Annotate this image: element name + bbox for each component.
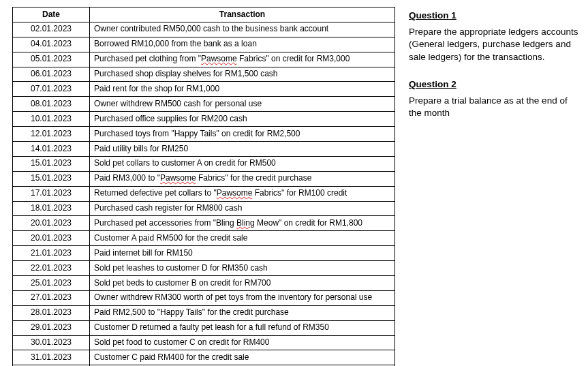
cell-date: 18.01.2023 [13, 201, 90, 216]
cell-transaction: Paid RM2,500 to "Happy Tails" for the cr… [90, 305, 395, 320]
cell-date: 20.01.2023 [13, 216, 90, 231]
cell-transaction: Sold pet collars to customer A on credit… [90, 156, 395, 171]
cell-transaction: Sold pet beds to customer B on credit fo… [90, 276, 395, 291]
question-2: Question 2 Prepare a trial balance as at… [409, 78, 578, 120]
cell-date: 07.01.2023 [13, 82, 90, 97]
cell-transaction: Customer D returned a faulty pet leash f… [90, 320, 395, 335]
table-row: 06.01.2023Purchased shop display shelves… [13, 67, 395, 82]
cell-transaction: Purchased pet clothing from "Pawsome Fab… [90, 52, 395, 67]
table-row: 25.01.2023Sold pet beds to customer B on… [13, 276, 395, 291]
table-row: 15.01.2023Paid RM3,000 to "Pawsome Fabri… [13, 171, 395, 186]
cell-date: 10.01.2023 [13, 112, 90, 127]
cell-date: 30.01.2023 [13, 335, 90, 350]
cell-transaction: Paid rent for the shop for RM1,000 [90, 82, 395, 97]
cell-date: 29.01.2023 [13, 320, 90, 335]
cell-date: 04.01.2023 [13, 37, 90, 52]
question-1-title: Question 1 [409, 10, 578, 22]
cell-transaction: Borrowed RM10,000 from the bank as a loa… [90, 37, 395, 52]
table-header-row: Date Transaction [13, 7, 395, 22]
table-row: 15.01.2023Sold pet collars to customer A… [13, 156, 395, 171]
transactions-panel: Date Transaction 02.01.2023Owner contrib… [12, 7, 395, 359]
spellcheck-word: Pawsome [201, 54, 237, 63]
cell-transaction: Sold pet leashes to customer D for RM350… [90, 261, 395, 276]
cell-transaction: Sold pet food to customer C on credit fo… [90, 335, 395, 350]
table-row: 22.01.2023Sold pet leashes to customer D… [13, 261, 395, 276]
table-row: 27.01.2023Owner withdrew RM300 worth of … [13, 290, 395, 305]
questions-panel: Question 1 Prepare the appropriate ledge… [409, 7, 578, 359]
cell-date: 15.01.2023 [13, 171, 90, 186]
cell-date: 14.01.2023 [13, 142, 90, 157]
cell-transaction: Purchased cash register for RM800 cash [90, 201, 395, 216]
cell-date: 05.01.2023 [13, 52, 90, 67]
question-2-title: Question 2 [409, 78, 578, 91]
cell-transaction: Purchased toys from "Happy Tails" on cre… [90, 127, 395, 142]
cell-transaction: Paid internet bill for RM150 [90, 246, 395, 261]
cell-transaction: Purchased shop display shelves for RM1,5… [90, 67, 395, 82]
table-row: 17.01.2023Returned defective pet collars… [13, 186, 395, 201]
question-1: Question 1 Prepare the appropriate ledge… [409, 10, 578, 63]
cell-transaction: Purchased pet accessories from "Bling Bl… [90, 216, 395, 231]
table-row: 29.01.2023Customer D returned a faulty p… [13, 320, 395, 335]
table-row: 08.01.2023Owner withdrew RM500 cash for … [13, 97, 395, 112]
table-row: 21.01.2023Paid internet bill for RM150 [13, 246, 395, 261]
table-row: 28.01.2023Paid RM2,500 to "Happy Tails" … [13, 305, 395, 320]
question-1-body: Prepare the appropriate ledgers accounts… [409, 26, 578, 63]
spellcheck-word: Bling [236, 218, 255, 228]
table-row: 14.01.2023Paid utility bills for RM250 [13, 142, 395, 157]
cell-transaction: Paid utility bills for RM250 [90, 142, 395, 157]
cell-transaction: Purchased office supplies for RM200 cash [90, 112, 395, 127]
cell-date: 31.01.2023 [13, 350, 90, 365]
table-row: 12.01.2023Purchased toys from "Happy Tai… [13, 127, 395, 142]
cell-transaction: Owner contributed RM50,000 cash to the b… [90, 22, 395, 37]
cell-transaction: Returned defective pet collars to "Pawso… [90, 186, 395, 201]
cell-date: 12.01.2023 [13, 127, 90, 142]
table-row: 20.01.2023Customer A paid RM500 for the … [13, 231, 395, 246]
transactions-body: 02.01.2023Owner contributed RM50,000 cas… [13, 22, 395, 366]
table-row: 04.01.2023Borrowed RM10,000 from the ban… [13, 37, 395, 52]
cell-date: 15.01.2023 [13, 156, 90, 171]
table-row: 07.01.2023Paid rent for the shop for RM1… [13, 82, 395, 97]
cell-date: 20.01.2023 [13, 231, 90, 246]
question-2-body: Prepare a trial balance as at the end of… [409, 95, 578, 119]
cell-transaction: Owner withdrew RM300 worth of pet toys f… [90, 290, 395, 305]
header-date: Date [13, 7, 90, 22]
table-row: 02.01.2023Owner contributed RM50,000 cas… [13, 22, 395, 37]
spellcheck-word: Pawsome [217, 188, 253, 198]
cell-transaction: Customer A paid RM500 for the credit sal… [90, 231, 395, 246]
cell-date: 02.01.2023 [13, 22, 90, 37]
spellcheck-word: Pawsome [160, 173, 196, 183]
table-row: 10.01.2023Purchased office supplies for … [13, 112, 395, 127]
table-row: 31.01.2023Customer C paid RM400 for the … [13, 350, 395, 365]
table-row: 18.01.2023Purchased cash register for RM… [13, 201, 395, 216]
cell-date: 17.01.2023 [13, 186, 90, 201]
cell-date: 06.01.2023 [13, 67, 90, 82]
cell-date: 28.01.2023 [13, 305, 90, 320]
transactions-table: Date Transaction 02.01.2023Owner contrib… [12, 7, 395, 366]
page: Date Transaction 02.01.2023Owner contrib… [0, 0, 588, 366]
cell-transaction: Customer C paid RM400 for the credit sal… [90, 350, 395, 365]
table-row: 20.01.2023Purchased pet accessories from… [13, 216, 395, 231]
table-row: 05.01.2023Purchased pet clothing from "P… [13, 52, 395, 67]
cell-transaction: Owner withdrew RM500 cash for personal u… [90, 97, 395, 112]
table-row: 30.01.2023Sold pet food to customer C on… [13, 335, 395, 350]
cell-date: 22.01.2023 [13, 261, 90, 276]
cell-date: 08.01.2023 [13, 97, 90, 112]
cell-date: 21.01.2023 [13, 246, 90, 261]
cell-date: 25.01.2023 [13, 276, 90, 291]
cell-transaction: Paid RM3,000 to "Pawsome Fabrics" for th… [90, 171, 395, 186]
header-transaction: Transaction [90, 7, 395, 22]
cell-date: 27.01.2023 [13, 290, 90, 305]
